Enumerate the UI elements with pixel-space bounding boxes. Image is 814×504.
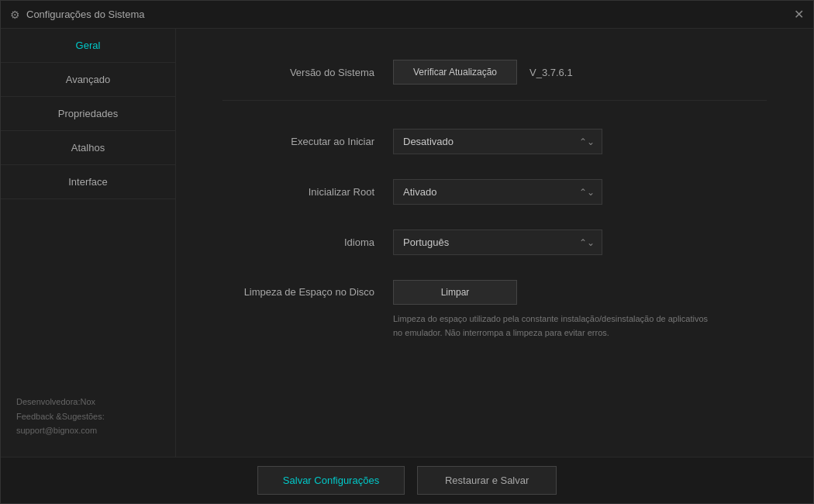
run-on-start-select-wrapper: Desativado Ativado ⌃⌄: [393, 129, 602, 154]
init-root-select[interactable]: Ativado Desativado: [393, 179, 602, 205]
titlebar-left: ⚙ Configurações do Sistema: [10, 9, 144, 21]
init-root-row: Inicializar Root Ativado Desativado ⌃⌄: [222, 179, 767, 205]
sidebar-footer: Desenvolvedora:Nox Feedback &Sugestões: …: [1, 382, 175, 457]
sidebar: Geral Avançado Propriedades Atalhos Inte…: [1, 29, 176, 457]
version-control: Verificar Atualização V_3.7.6.1: [393, 60, 573, 85]
language-select-wrapper: Português English Español 中文 ⌃⌄: [393, 230, 602, 255]
sidebar-item-propriedades[interactable]: Propriedades: [1, 97, 175, 131]
developer-label: Desenvolvedora:Nox: [16, 395, 160, 409]
settings-icon: ⚙: [10, 9, 20, 21]
window-title: Configurações do Sistema: [26, 9, 144, 20]
support-email: support@bignox.com: [16, 423, 160, 438]
run-on-start-control: Desativado Ativado ⌃⌄: [393, 129, 767, 154]
clean-button[interactable]: Limpar: [393, 280, 517, 305]
titlebar: ⚙ Configurações do Sistema ✕: [1, 1, 813, 29]
init-root-label: Inicializar Root: [222, 186, 393, 198]
disk-label: Limpeza de Espaço no Disco: [222, 280, 393, 298]
run-on-start-label: Executar ao Iniciar: [222, 136, 393, 147]
disk-row: Limpeza de Espaço no Disco Limpar Limpez…: [222, 280, 767, 340]
sidebar-item-avancado[interactable]: Avançado: [1, 63, 175, 97]
language-row: Idioma Português English Español 中文 ⌃⌄: [222, 230, 767, 255]
check-update-button[interactable]: Verificar Atualização: [393, 60, 517, 85]
restore-and-save-button[interactable]: Restaurar e Salvar: [417, 466, 557, 495]
divider: [222, 100, 767, 101]
version-label: Versão do Sistema: [222, 67, 393, 78]
close-button[interactable]: ✕: [794, 9, 804, 21]
main-content: Geral Avançado Propriedades Atalhos Inte…: [1, 29, 813, 457]
init-root-control: Ativado Desativado ⌃⌄: [393, 179, 767, 205]
system-settings-window: ⚙ Configurações do Sistema ✕ Geral Avanç…: [0, 0, 814, 504]
language-select[interactable]: Português English Español 中文: [393, 230, 602, 255]
version-number: V_3.7.6.1: [529, 67, 573, 78]
language-label: Idioma: [222, 236, 393, 248]
bottom-bar: Salvar Configurações Restaurar e Salvar: [1, 457, 813, 503]
run-on-start-select[interactable]: Desativado Ativado: [393, 129, 602, 154]
run-on-start-row: Executar ao Iniciar Desativado Ativado ⌃…: [222, 129, 767, 154]
disk-control: Limpar Limpeza do espaço utilizado pela …: [393, 280, 767, 340]
disk-description: Limpeza do espaço utilizado pela constan…: [393, 312, 719, 340]
init-root-select-wrapper: Ativado Desativado ⌃⌄: [393, 179, 602, 205]
language-control: Português English Español 中文 ⌃⌄: [393, 230, 767, 255]
sidebar-item-interface[interactable]: Interface: [1, 165, 175, 199]
sidebar-item-atalhos[interactable]: Atalhos: [1, 131, 175, 165]
version-row: Versão do Sistema Verificar Atualização …: [222, 60, 767, 85]
sidebar-item-geral[interactable]: Geral: [1, 29, 175, 63]
save-configurations-button[interactable]: Salvar Configurações: [257, 466, 405, 495]
content-area: Versão do Sistema Verificar Atualização …: [176, 29, 813, 457]
feedback-label: Feedback &Sugestões:: [16, 409, 160, 424]
